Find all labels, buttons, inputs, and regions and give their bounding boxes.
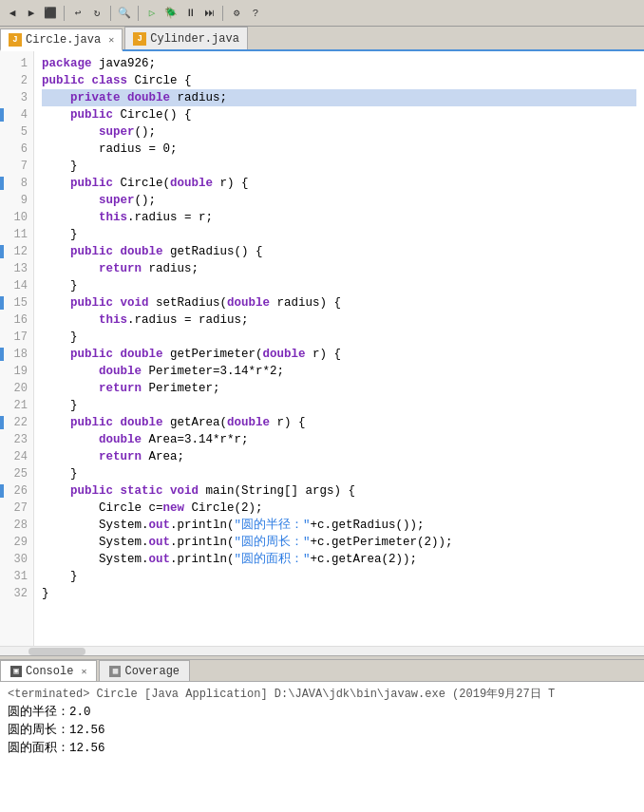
back-icon[interactable]: ◀: [4, 5, 21, 22]
tab-cylinder-java-icon: J: [133, 32, 146, 46]
stop-icon[interactable]: ⬛: [42, 5, 59, 22]
separator-2: [110, 6, 111, 21]
tab-circle-java-label: Circle.java: [26, 33, 101, 47]
tab-circle-java-icon: J: [9, 33, 22, 47]
tab-cylinder-java-label: Cylinder.java: [150, 32, 239, 46]
pause-icon[interactable]: ⏸: [181, 5, 199, 22]
editor-tab-bar: J Circle.java ✕ J Cylinder.java: [0, 27, 644, 51]
separator-1: [64, 6, 65, 21]
tab-circle-java-close[interactable]: ✕: [108, 34, 114, 46]
separator-4: [222, 6, 223, 21]
console-tab-bar: ▣ Console ✕ ▦ Coverage: [0, 660, 644, 682]
toolbar-icons: ◀ ▶ ⬛ ↩ ↻ 🔍 ▷ 🪲 ⏸ ⏭ ⚙ ?: [4, 5, 264, 22]
console-tab-icon: ▣: [10, 666, 22, 677]
tab-coverage[interactable]: ▦ Coverage: [99, 660, 190, 681]
toolbar: ◀ ▶ ⬛ ↩ ↻ 🔍 ▷ 🪲 ⏸ ⏭ ⚙ ?: [0, 0, 644, 27]
run-icon[interactable]: ▷: [143, 5, 161, 22]
coverage-tab-label: Coverage: [124, 665, 180, 678]
step-icon[interactable]: ⏭: [200, 5, 218, 22]
tab-console[interactable]: ▣ Console ✕: [0, 660, 97, 681]
settings-icon[interactable]: ⚙: [228, 5, 245, 22]
coverage-tab-icon: ▦: [109, 666, 121, 677]
console-area: ▣ Console ✕ ▦ Coverage <terminated> Circ…: [0, 660, 644, 812]
tab-cylinder-java[interactable]: J Cylinder.java: [124, 27, 248, 49]
console-output[interactable]: <terminated> Circle [Java Application] D…: [0, 682, 644, 812]
separator-3: [138, 6, 139, 21]
tab-circle-java[interactable]: J Circle.java ✕: [0, 28, 123, 51]
editor-scroll-area[interactable]: 1234567891011121314151617181920212223242…: [0, 51, 644, 646]
undo-icon[interactable]: ↩: [69, 5, 86, 22]
debug-icon[interactable]: 🪲: [162, 5, 180, 22]
line-numbers: 1234567891011121314151617181920212223242…: [0, 51, 34, 646]
horizontal-scrollbar[interactable]: [0, 646, 644, 655]
forward-icon[interactable]: ▶: [23, 5, 40, 22]
search-icon[interactable]: 🔍: [116, 5, 133, 22]
console-tab-close[interactable]: ✕: [81, 666, 86, 677]
code-area[interactable]: package java926;public class Circle { pr…: [34, 51, 644, 646]
redo-icon[interactable]: ↻: [88, 5, 105, 22]
editor: 1234567891011121314151617181920212223242…: [0, 51, 644, 655]
console-tab-label: Console: [26, 665, 73, 678]
help-icon[interactable]: ?: [247, 5, 264, 22]
